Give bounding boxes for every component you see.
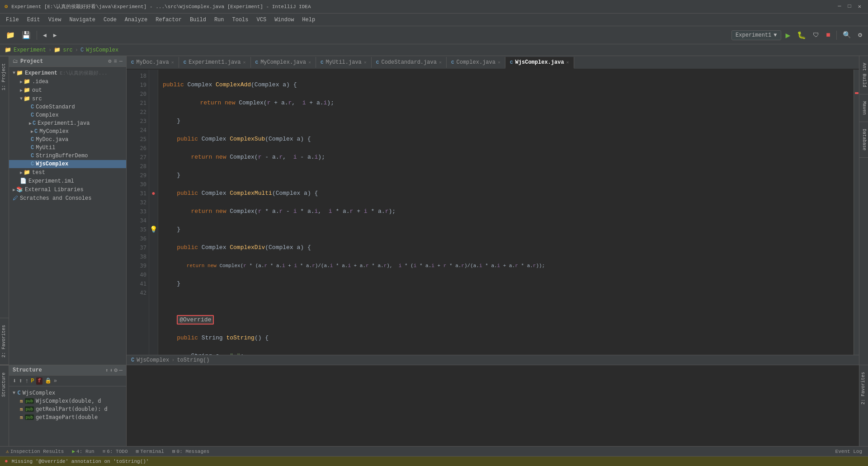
tree-root[interactable]: ▼ 📁 Experiment E:\认真的侯颖好... xyxy=(9,69,126,77)
tree-item-mycomplex[interactable]: ▶ C MyComplex xyxy=(9,127,126,136)
struct-btn-lock[interactable]: 🔒 xyxy=(45,377,52,384)
tab-codestandard[interactable]: C CodeStandard.java ✕ xyxy=(372,57,447,68)
struct-item-getimage[interactable]: m pub getImagePart(double xyxy=(9,413,126,421)
root-arrow: ▼ xyxy=(13,71,15,75)
project-minimize-icon[interactable]: ─ xyxy=(119,58,123,65)
tab-wjscomplex[interactable]: C WjsComplex.java ✕ xyxy=(505,57,574,69)
close-button[interactable]: ✕ xyxy=(858,3,861,10)
run-configuration[interactable]: Experiment1 ▼ xyxy=(731,30,781,40)
code-content[interactable]: public Complex ComplexAdd(Complex a) { r… xyxy=(158,70,854,355)
struct-btn-2[interactable]: ⬆ xyxy=(19,377,22,385)
menu-run[interactable]: Run xyxy=(211,15,228,24)
struct-item-getreal[interactable]: m pub getRealPart(double): d xyxy=(9,405,126,413)
breadcrumb-src[interactable]: src xyxy=(63,47,73,53)
right-tab-ant[interactable]: Ant Build xyxy=(859,56,868,94)
tab-wjscomplex-close[interactable]: ✕ xyxy=(566,60,569,65)
menu-file[interactable]: File xyxy=(2,15,23,24)
mycomplex-arrow: ▶ xyxy=(31,129,33,134)
tab-mydoc-close[interactable]: ✕ xyxy=(171,60,174,65)
toolbar-open-btn[interactable]: 📁 xyxy=(4,29,17,41)
settings-btn[interactable]: ⚙ xyxy=(856,29,864,41)
menu-navigate[interactable]: Navigate xyxy=(66,15,99,24)
tree-item-mydoc[interactable]: C MyDoc.java xyxy=(9,136,126,144)
inspection-tab[interactable]: ⚠ Inspection Results xyxy=(2,447,67,455)
stop-button[interactable]: ■ xyxy=(824,30,833,41)
bulb-marker-35[interactable]: 💡 xyxy=(149,225,158,234)
menu-vcs[interactable]: VCS xyxy=(253,15,270,24)
tree-item-ext-libs[interactable]: ▶ 📚 External Libraries xyxy=(9,185,126,194)
breadcrumb-experiment[interactable]: Experiment xyxy=(14,47,46,53)
menu-build[interactable]: Build xyxy=(186,15,210,24)
tab-myutil-close[interactable]: ✕ xyxy=(364,60,367,65)
tab-exp1-close[interactable]: ✕ xyxy=(243,60,245,65)
tree-item-experiment1[interactable]: ▶ C Experiment1.java xyxy=(9,119,126,127)
tree-item-scratches[interactable]: 🖊 Scratches and Consoles xyxy=(9,194,126,202)
tree-item-complex[interactable]: C Complex xyxy=(9,111,126,119)
toolbar-save-btn[interactable]: 💾 xyxy=(19,29,33,41)
tab-complex[interactable]: C Complex.java ✕ xyxy=(447,57,505,68)
struct-btn-f[interactable]: f xyxy=(36,377,42,385)
right-tab-maven[interactable]: Maven xyxy=(859,94,868,122)
menu-edit[interactable]: Edit xyxy=(24,15,44,24)
menu-window[interactable]: Window xyxy=(271,15,297,24)
tree-item-wjscomplex[interactable]: C WjsComplex xyxy=(9,160,126,168)
tree-item-idea[interactable]: ▶ 📁 .idea xyxy=(9,77,126,86)
struct-btn-more[interactable]: » xyxy=(54,378,57,384)
toolbar-back-btn[interactable]: ◀ xyxy=(41,30,49,40)
struct-item-class[interactable]: ▼ C WjsComplex xyxy=(9,388,126,397)
menu-refactor[interactable]: Refactor xyxy=(152,15,185,24)
struct-btn-3[interactable]: ↑ xyxy=(25,377,28,385)
run-tab[interactable]: ▶ 4: Run xyxy=(68,447,98,455)
project-gear-icon[interactable]: ⚙ xyxy=(108,58,111,65)
tree-item-out[interactable]: ▶ 📁 out xyxy=(9,86,126,94)
tab-myutil[interactable]: C MyUtil.java ✕ xyxy=(316,57,372,68)
tree-item-codestandard[interactable]: C CodeStandard xyxy=(9,103,126,111)
extlibs-arrow: ▶ xyxy=(13,187,15,193)
toolbar-forward-btn[interactable]: ▶ xyxy=(51,30,59,40)
tree-item-test[interactable]: ▶ 📁 test xyxy=(9,168,126,177)
debug-button[interactable]: 🐛 xyxy=(795,29,808,41)
maximize-button[interactable]: □ xyxy=(848,3,851,10)
minimize-button[interactable]: ─ xyxy=(838,3,841,10)
tab-codestandard-close[interactable]: ✕ xyxy=(439,60,442,65)
structure-settings-btn[interactable]: ⚙ xyxy=(114,367,118,374)
tab-experiment1[interactable]: C Experiment1.java ✕ xyxy=(179,57,251,68)
event-log-tab[interactable]: Event Log xyxy=(832,448,866,455)
tab-complex-close[interactable]: ✕ xyxy=(498,60,500,65)
struct-item-constructor[interactable]: m pub WjsComplex(double, d xyxy=(9,397,126,405)
struct-getreal-m-icon: m xyxy=(20,406,23,412)
menu-help[interactable]: Help xyxy=(298,15,319,24)
structure-sort2-btn[interactable]: ⬇ xyxy=(110,367,113,373)
tab-exp1-label: Experiment1.java xyxy=(189,59,241,66)
tab-mycomplex[interactable]: C MyComplex.java ✕ xyxy=(251,57,316,68)
breadcrumb-file[interactable]: WjsComplex xyxy=(86,47,118,53)
tree-item-iml[interactable]: 📄 Experiment.iml xyxy=(9,177,126,185)
menu-analyze[interactable]: Analyze xyxy=(121,15,151,24)
run-with-coverage[interactable]: 🛡 xyxy=(811,30,821,40)
sidebar-tab-project[interactable]: 1: Project xyxy=(0,56,9,97)
terminal-tab[interactable]: ⊞ Terminal xyxy=(132,447,168,455)
tree-item-src[interactable]: ▼ 📁 src xyxy=(9,94,126,103)
tree-item-myutil[interactable]: C MyUtil xyxy=(9,144,126,152)
tree-item-stringbuffer[interactable]: C StringBufferDemo xyxy=(9,152,126,160)
menu-code[interactable]: Code xyxy=(100,15,120,24)
menu-tools[interactable]: Tools xyxy=(229,15,252,24)
messages-tab[interactable]: ⊞ 0: Messages xyxy=(169,447,213,455)
project-settings-icon[interactable]: ≡ xyxy=(114,58,117,65)
favorites-right-tab[interactable]: 2: Favorites xyxy=(859,365,868,446)
structure-close-btn[interactable]: ─ xyxy=(119,367,123,374)
tab-mydoc[interactable]: C MyDoc.java ✕ xyxy=(127,57,179,68)
right-tab-database[interactable]: Database xyxy=(859,122,868,158)
run-button[interactable]: ▶ xyxy=(783,29,793,42)
sidebar-tab-favorites[interactable]: 2: Favorites xyxy=(0,318,9,365)
struct-btn-1[interactable]: ⬇ xyxy=(13,377,16,385)
struct-btn-p[interactable]: P xyxy=(31,378,34,384)
structure-left-tab[interactable]: Structure xyxy=(0,365,9,446)
tab-mycomplex-close[interactable]: ✕ xyxy=(308,60,311,65)
structure-sort-btn[interactable]: ⬆ xyxy=(105,367,108,373)
favorites-vert-tab[interactable]: 2: Favorites xyxy=(859,365,868,411)
structure-vert-tab[interactable]: Structure xyxy=(0,365,9,404)
todo-tab[interactable]: ≡ 6: TODO xyxy=(99,448,132,455)
menu-view[interactable]: View xyxy=(45,15,65,24)
search-everywhere-btn[interactable]: 🔍 xyxy=(840,29,854,41)
